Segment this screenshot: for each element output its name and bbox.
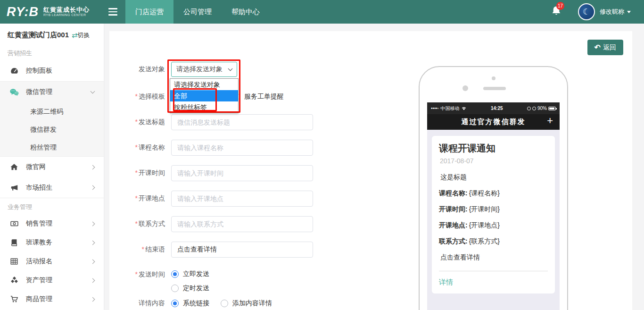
back-arrow-icon: ↶ [594, 43, 601, 52]
dashboard-icon [9, 66, 19, 75]
plus-icon[interactable]: + [547, 115, 553, 127]
top-nav-tabs: 门店运营 公司管理 帮助中心 [125, 0, 270, 24]
message-divider [439, 271, 548, 271]
template-label: *选择模板 [109, 92, 165, 101]
sidebar-item-market-recruit[interactable]: 市场招生 [0, 177, 104, 198]
chevron-down-icon [228, 66, 233, 71]
sidebar-subitem-source-qrcode[interactable]: 来源二维码 [0, 102, 104, 120]
user-menu-label: 修改昵称 [600, 8, 624, 16]
dropdown-option-by-fan-tag[interactable]: 按粉丝标签 [170, 101, 238, 113]
course-time-input[interactable] [171, 165, 313, 181]
sidebar-item-sales-management[interactable]: 销售管理 [0, 214, 104, 233]
notification-count-badge: 17 [556, 2, 564, 10]
radio-selected-icon[interactable] [171, 270, 179, 278]
send-now-option[interactable]: 立即发送 [171, 267, 209, 281]
store-name: 红黄蓝测试门店001 [8, 31, 69, 40]
sidebar-item-activity-signup[interactable]: 活动报名 [0, 252, 104, 271]
chevron-right-icon [91, 240, 95, 245]
megaphone-icon [9, 183, 19, 193]
tab-help-center[interactable]: 帮助中心 [222, 0, 270, 24]
grid-icon [9, 257, 19, 266]
phone-content: 课程开课通知 2017-08-07 这是标题 课程名称:{课程名称} 开课时间:… [427, 130, 560, 310]
switch-store-button[interactable]: 切换 [78, 31, 90, 40]
message-title: 课程开课通知 [439, 142, 548, 155]
send-target-dropdown: 请选择发送对象 全部 按粉丝标签 [170, 78, 239, 113]
add-detail-option[interactable]: 添加内容详情 [221, 299, 272, 308]
send-time-row: *发送时间 立即发送 定时发送 [109, 267, 209, 295]
message-date: 2017-08-07 [439, 157, 548, 165]
section-label-marketing: 营销招生 [0, 44, 104, 60]
sidebar-item-micro-site[interactable]: 微官网 [0, 157, 104, 177]
battery-percent: 90% [537, 106, 547, 111]
switch-arrows-icon: ⇄ [72, 31, 78, 40]
chevron-down-icon [91, 89, 95, 94]
store-switcher: 红黄蓝测试门店001 ⇄ 切换 [0, 24, 104, 44]
avatar[interactable]: ☾ [578, 3, 595, 20]
chevron-right-icon [91, 221, 95, 226]
phone-sensor-dot [462, 85, 468, 91]
phone-nav-title: 通过官方微信群发 [462, 117, 526, 126]
send-title-input[interactable] [171, 114, 313, 130]
sidebar-subitem-wechat-broadcast[interactable]: 微信群发 [0, 120, 104, 138]
message-detail-link[interactable]: 详情 [439, 278, 548, 287]
message-line: 开课时间:{开课时间} [439, 205, 548, 214]
sidebar-item-dashboard[interactable]: 控制面板 [0, 60, 104, 81]
radio-icon[interactable] [171, 285, 179, 292]
chevron-right-icon [91, 185, 95, 190]
course-time-row: *开课时间 [109, 165, 313, 181]
course-name-row: *课程名称 [109, 140, 313, 156]
tab-store-operation[interactable]: 门店运营 [125, 0, 173, 24]
contact-input[interactable] [171, 216, 313, 232]
section-label-business: 业务管理 [0, 198, 104, 214]
detail-content-row: 详情内容 系统链接 添加内容详情 [109, 299, 272, 308]
closing-words-row: *结束语 [109, 242, 313, 258]
tab-company-management[interactable]: 公司管理 [173, 0, 222, 24]
phone-nav-bar: 通过官方微信群发 + [427, 114, 560, 130]
top-bar: RY:B 红黄蓝成长中心 RYB LEARNING CENTER 门店运营 公司… [0, 0, 644, 24]
sidebar-subitem-fans-management[interactable]: 粉丝管理 [0, 138, 104, 156]
send-target-label: 发送对象 [109, 65, 165, 74]
brand-logo-mark: RY:B [7, 5, 39, 19]
message-line: 联系方式:{联系方式} [439, 237, 548, 246]
sidebar-item-assets-management[interactable]: 资产管理 [0, 271, 104, 290]
sidebar-item-wechat-management[interactable]: 微信管理 [0, 82, 104, 102]
battery-icon [548, 107, 556, 110]
brand-name-en: RYB LEARNING CENTER [43, 13, 90, 17]
assets-icon [9, 276, 19, 285]
notification-bell-icon[interactable]: 17 [552, 6, 561, 18]
message-line: 课程名称:{课程名称} [439, 189, 548, 198]
course-name-input[interactable] [171, 140, 313, 156]
wechat-icon [9, 87, 19, 97]
book-icon [9, 238, 19, 247]
message-line: 这是标题 [439, 173, 548, 182]
chevron-right-icon [91, 259, 95, 264]
phone-speaker-bar [483, 87, 506, 90]
chevron-right-icon [91, 297, 95, 302]
message-line: 开课地点:{开课地点} [439, 221, 548, 230]
menu-toggle-icon[interactable] [103, 0, 123, 24]
send-scheduled-option[interactable]: 定时发送 [171, 281, 209, 295]
user-menu[interactable]: 修改昵称 [600, 8, 631, 16]
dropdown-option-placeholder[interactable]: 请选择发送对象 [170, 79, 238, 90]
home-icon [9, 162, 19, 172]
template-option[interactable]: 服务工单提醒 [232, 92, 284, 101]
dropdown-option-all[interactable]: 全部 [170, 90, 238, 101]
avatar-moon-glyph: ☾ [583, 7, 590, 17]
course-place-input[interactable] [171, 191, 313, 207]
system-link-option[interactable]: 系统链接 [171, 299, 209, 308]
sidebar-item-goods-management[interactable]: 商品管理 [0, 290, 104, 309]
back-button[interactable]: ↶ 返回 [587, 40, 623, 55]
sidebar-item-class-affairs[interactable]: 班课教务 [0, 233, 104, 252]
radio-selected-icon[interactable] [171, 300, 179, 307]
contact-row: *联系方式 [109, 216, 313, 232]
chevron-right-icon [91, 278, 95, 283]
money-icon [9, 219, 19, 228]
send-target-select[interactable]: 请选择发送对象 [171, 62, 237, 77]
phone-preview: ••••◦ 中国移动 14:25 90% 通过官方微信群发 + [419, 66, 568, 310]
radio-icon[interactable] [221, 300, 228, 307]
brand-name-cn: 红黄蓝成长中心 [43, 7, 90, 14]
closing-words-input[interactable] [171, 242, 313, 258]
send-target-selected-value: 请选择发送对象 [176, 65, 223, 74]
orientation-lock-icon [527, 107, 531, 110]
detail-content-label: 详情内容 [109, 299, 165, 308]
